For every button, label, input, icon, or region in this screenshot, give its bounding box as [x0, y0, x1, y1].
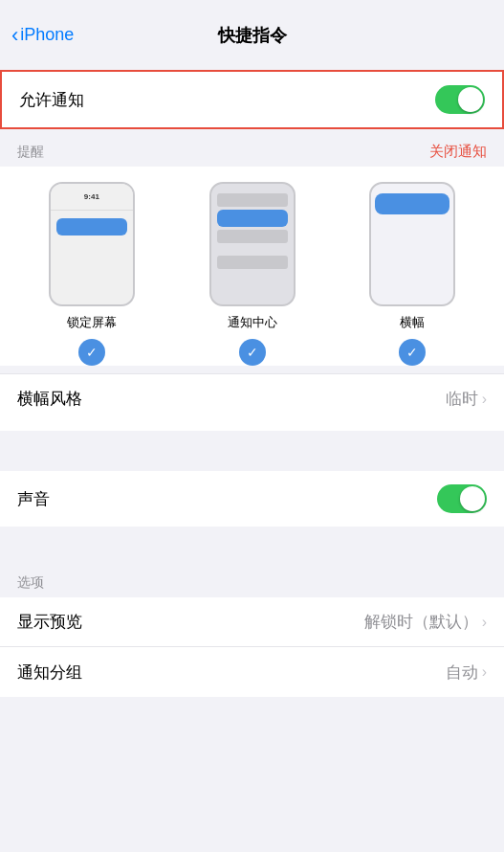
notif-center-label: 通知中心: [228, 314, 277, 331]
lock-screen-check[interactable]: ✓: [78, 339, 105, 366]
notification-group-value-area: 自动 ›: [446, 661, 487, 684]
lock-screen-time: 9:41: [51, 184, 133, 211]
toggle-knob: [458, 87, 483, 112]
banner-check[interactable]: ✓: [399, 339, 426, 366]
show-preview-row[interactable]: 显示预览 解锁时（默认） ›: [0, 597, 504, 647]
lock-screen-label: 锁定屏幕: [67, 314, 117, 331]
banner-preview: [369, 182, 455, 306]
notification-group-row[interactable]: 通知分组 自动 ›: [0, 647, 504, 697]
chevron-right-icon: ›: [482, 391, 487, 408]
options-section-header: 选项: [0, 567, 504, 597]
sounds-label: 声音: [17, 488, 50, 510]
sounds-card: 声音: [0, 471, 504, 527]
banner-style-value-area: 临时 ›: [446, 388, 487, 410]
header: ‹ iPhone 快捷指令: [0, 0, 504, 70]
notification-group-value: 自动: [446, 661, 478, 684]
show-preview-label: 显示预览: [17, 611, 82, 633]
banner-style-label: 横幅风格: [17, 388, 82, 410]
lock-screen-preview: 9:41: [49, 182, 135, 306]
allow-notifications-toggle[interactable]: [435, 85, 485, 114]
lock-notif-card: [56, 218, 127, 235]
banner-label: 横幅: [400, 314, 425, 331]
divider: [0, 366, 504, 373]
notification-styles-inner: 9:41 锁定屏幕 ✓ 通知中心 ✓ 横幅 ✓: [0, 182, 504, 366]
alerts-section-header: 提醒 关闭通知: [0, 135, 504, 167]
notif-center-preview: [209, 182, 296, 306]
page-title: 快捷指令: [218, 24, 287, 47]
notif-center-bar2: [217, 210, 288, 227]
banner-bar: [375, 193, 449, 214]
banner-style-row[interactable]: 横幅风格 临时 ›: [0, 373, 504, 423]
back-button[interactable]: ‹ iPhone: [11, 23, 74, 48]
allow-notifications-card: 允许通知: [0, 70, 504, 129]
allow-notifications-row: 允许通知: [2, 72, 502, 127]
show-preview-value-area: 解锁时（默认） ›: [364, 611, 487, 633]
notification-group-label: 通知分组: [17, 661, 82, 684]
sounds-toggle[interactable]: [437, 484, 487, 513]
notification-styles-card: 9:41 锁定屏幕 ✓ 通知中心 ✓ 横幅 ✓: [0, 167, 504, 431]
notif-center-check[interactable]: ✓: [239, 339, 266, 366]
close-notifications-action[interactable]: 关闭通知: [429, 143, 487, 161]
notif-center-bar1: [217, 193, 288, 207]
chevron-right-icon-group: ›: [482, 663, 487, 681]
notification-center-item: 通知中心 ✓: [172, 182, 333, 366]
chevron-left-icon: ‹: [11, 23, 18, 48]
banner-item: 横幅 ✓: [332, 182, 493, 366]
banner-style-value: 临时: [446, 388, 478, 410]
sounds-toggle-knob: [460, 486, 485, 511]
allow-notifications-label: 允许通知: [19, 89, 84, 111]
sounds-row: 声音: [0, 471, 504, 527]
show-preview-value: 解锁时（默认）: [364, 611, 478, 633]
options-section-label: 选项: [17, 574, 44, 592]
back-label: iPhone: [20, 25, 74, 45]
chevron-right-icon-preview: ›: [482, 614, 487, 631]
section-divider-2: [0, 532, 504, 567]
lock-screen-item: 9:41 锁定屏幕 ✓: [11, 182, 172, 366]
section-divider-1: [0, 437, 504, 471]
alerts-section-label: 提醒: [17, 144, 44, 161]
notif-center-bar4: [217, 256, 288, 269]
notif-center-bar3: [217, 230, 288, 243]
options-card: 显示预览 解锁时（默认） › 通知分组 自动 ›: [0, 597, 504, 697]
